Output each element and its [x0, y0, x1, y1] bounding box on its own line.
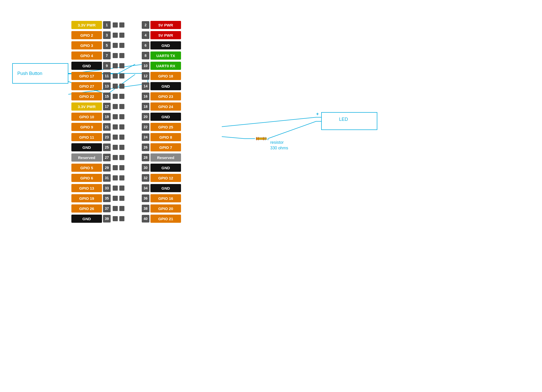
- right-pin-label-16: GPIO 23: [150, 92, 181, 100]
- left-pin-number-27: 27: [103, 154, 111, 161]
- left-pin-label-17: 3.3V PWR: [71, 102, 102, 111]
- left-pin-row-13: GPIO 27 13: [71, 82, 112, 91]
- connector-dot-left-3: [113, 53, 118, 58]
- left-pin-label-13: GPIO 27: [71, 82, 102, 90]
- connector-pair-14: [113, 163, 124, 172]
- left-pin-label-29: GPIO 5: [71, 164, 102, 172]
- connector-dot-right-14: [119, 165, 124, 170]
- right-pin-row-18: 18 GPIO 24: [141, 102, 181, 111]
- right-pin-number-12: 12: [142, 72, 149, 80]
- connector-dot-left-6: [113, 84, 118, 89]
- left-pin-label-33: GPIO 13: [71, 184, 102, 192]
- connector-pair-18: [113, 204, 124, 213]
- connector-dot-right-15: [119, 175, 124, 180]
- left-pin-number-19: 19: [103, 113, 111, 121]
- right-pin-row-32: 32 GPIO 12: [141, 173, 181, 182]
- left-pin-number-5: 5: [103, 42, 111, 49]
- left-pin-label-5: GPIO 3: [71, 41, 102, 49]
- right-pin-row-8: 8 UART0 TX: [141, 51, 181, 60]
- right-pin-number-36: 36: [142, 194, 149, 202]
- connector-dot-right-0: [119, 22, 124, 28]
- left-pin-number-11: 11: [103, 72, 111, 80]
- left-pin-label-37: GPIO 26: [71, 204, 102, 213]
- left-pin-row-11: GPIO 17 11: [71, 71, 112, 81]
- right-pin-row-4: 4 5V PWR: [141, 31, 181, 40]
- left-pin-number-7: 7: [103, 52, 111, 59]
- center-connector: [113, 20, 124, 223]
- left-pin-row-1: 3.3V PWR 1: [71, 20, 112, 30]
- connector-dot-left-16: [113, 186, 118, 191]
- connector-pair-10: [113, 122, 124, 132]
- right-pin-label-2: 5V PWR: [150, 21, 181, 29]
- right-pin-label-18: GPIO 24: [150, 102, 181, 111]
- resistor-component: [255, 137, 268, 141]
- left-pin-row-9: GND 9: [71, 61, 112, 70]
- left-pin-label-35: GPIO 19: [71, 194, 102, 202]
- right-pin-label-34: GND: [150, 184, 181, 192]
- left-pin-number-37: 37: [103, 205, 111, 212]
- left-pin-number-33: 33: [103, 184, 111, 192]
- connector-dot-left-8: [113, 104, 118, 109]
- left-pin-number-39: 39: [103, 215, 111, 223]
- connector-dot-right-7: [119, 94, 124, 99]
- connector-dot-right-11: [119, 135, 124, 140]
- right-pin-label-8: UART0 TX: [150, 51, 181, 60]
- right-pin-row-26: 26 GPIO 7: [141, 143, 181, 152]
- resistor-label: resistor 330 ohms: [270, 140, 288, 151]
- left-pin-row-29: GPIO 5 29: [71, 163, 112, 172]
- connector-pair-19: [113, 214, 124, 223]
- connector-pair-17: [113, 194, 124, 203]
- right-pin-label-12: GPIO 18: [150, 72, 181, 80]
- left-pin-number-35: 35: [103, 194, 111, 202]
- connector-pair-13: [113, 153, 124, 162]
- connector-pair-0: [113, 20, 124, 30]
- right-pin-row-6: 6 GND: [141, 41, 181, 50]
- left-pin-label-19: GPIO 10: [71, 113, 102, 121]
- right-pin-label-38: GPIO 20: [150, 204, 181, 213]
- connector-dot-right-6: [119, 84, 124, 89]
- connector-dot-left-15: [113, 175, 118, 180]
- right-pin-label-24: GPIO 8: [150, 133, 181, 141]
- connector-dot-left-2: [113, 43, 118, 48]
- connector-dot-right-10: [119, 124, 124, 129]
- left-pin-row-5: GPIO 3 5: [71, 41, 112, 50]
- right-pin-number-4: 4: [142, 31, 149, 39]
- right-pin-label-28: Reserved: [150, 153, 181, 162]
- connector-dot-left-19: [113, 216, 118, 221]
- left-pin-row-37: GPIO 26 37: [71, 204, 112, 213]
- connector-dot-left-18: [113, 206, 118, 211]
- connector-dot-left-1: [113, 33, 118, 38]
- diagram-container: 3.3V PWR 1 GPIO 2 3 GPIO 3 5 GPIO 4 7 GN…: [71, 20, 181, 223]
- connector-pair-3: [113, 51, 124, 60]
- plus-sign: +: [316, 111, 319, 117]
- connector-dot-right-9: [119, 114, 124, 119]
- right-pin-number-34: 34: [142, 184, 149, 192]
- right-pin-row-22: 22 GPIO 25: [141, 122, 181, 132]
- led-box: [321, 112, 377, 130]
- left-pin-label-7: GPIO 4: [71, 51, 102, 60]
- left-pin-number-1: 1: [103, 21, 111, 29]
- left-pin-number-29: 29: [103, 164, 111, 172]
- connector-dot-left-11: [113, 135, 118, 140]
- left-pin-label-39: GND: [71, 215, 102, 223]
- left-pin-number-21: 21: [103, 123, 111, 131]
- left-pin-number-13: 13: [103, 82, 111, 90]
- left-pin-number-9: 9: [103, 62, 111, 70]
- connector-pair-9: [113, 112, 124, 121]
- right-pin-number-26: 26: [142, 143, 149, 151]
- right-pin-number-14: 14: [142, 82, 149, 90]
- left-pin-row-17: 3.3V PWR 17: [71, 102, 112, 111]
- right-pin-label-40: GPIO 21: [150, 215, 181, 223]
- led-label: LED: [339, 117, 348, 122]
- right-pin-row-36: 36 GPIO 16: [141, 194, 181, 203]
- right-pin-row-12: 12 GPIO 18: [141, 71, 181, 81]
- left-pin-row-7: GPIO 4 7: [71, 51, 112, 60]
- left-pin-row-33: GPIO 13 33: [71, 184, 112, 193]
- right-pin-row-38: 38 GPIO 20: [141, 204, 181, 213]
- right-pin-label-32: GPIO 12: [150, 174, 181, 182]
- connector-dot-right-18: [119, 206, 124, 211]
- right-pin-number-30: 30: [142, 164, 149, 172]
- connector-dot-left-12: [113, 145, 118, 150]
- connector-dot-left-9: [113, 114, 118, 119]
- left-pin-number-15: 15: [103, 93, 111, 100]
